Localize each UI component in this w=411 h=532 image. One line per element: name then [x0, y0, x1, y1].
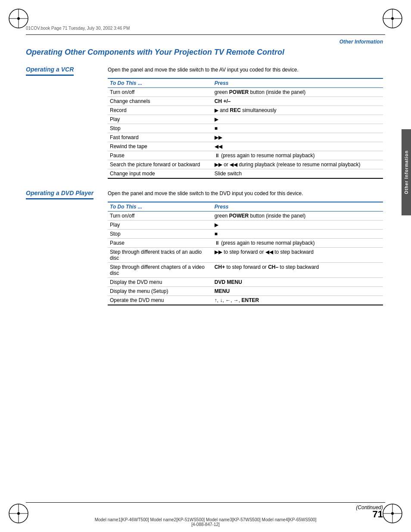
table-row: Rewind the tape◀◀	[108, 142, 383, 151]
dvd-todo-cell: Stop	[108, 230, 212, 239]
table-row: Record▶ and REC simultaneously	[108, 106, 383, 115]
dvd-todo-cell: Step through different tracks of an audi…	[108, 248, 212, 263]
file-info-text: 01COV.book Page 71 Tuesday, July 30, 200…	[26, 26, 130, 31]
table-row: Change channelsCH +/–	[108, 97, 383, 106]
model-text-line: Model name1[KP-46WT500] Model name2[KP-5…	[95, 517, 317, 527]
table-row: Turn on/offgreen POWER button (inside th…	[108, 88, 383, 97]
page-container: 01COV.book Page 71 Tuesday, July 30, 200…	[0, 0, 411, 532]
vcr-heading-col: Operating a VCR	[26, 66, 108, 179]
main-content: Operating Other Components with Your Pro…	[26, 47, 383, 498]
vcr-todo-cell: Record	[108, 106, 212, 115]
vcr-press-cell: ▶	[212, 115, 383, 124]
page-title: Operating Other Components with Your Pro…	[26, 47, 383, 57]
dvd-press-cell: ▶▶ to step forward or ◀◀ to step backwar…	[212, 248, 383, 263]
vcr-todo-cell: Turn on/off	[108, 88, 212, 97]
dvd-todo-cell: Turn on/off	[108, 212, 212, 221]
dvd-todo-cell: Pause	[108, 239, 212, 248]
table-row: Pause⏸ (press again to resume normal pla…	[108, 239, 383, 248]
table-row: Display the DVD menuDVD MENU	[108, 278, 383, 287]
vcr-press-cell: Slide switch	[212, 169, 383, 179]
dvd-content: Open the panel and move the slide switch…	[108, 190, 383, 305]
dvd-todo-cell: Display the DVD menu	[108, 278, 212, 287]
table-row: Operate the DVD menu↑, ↓, ←, →, ENTER	[108, 296, 383, 305]
table-row: Step through different chapters of a vid…	[108, 263, 383, 278]
vcr-col-todo: To Do This ...	[108, 78, 212, 88]
vcr-todo-cell: Search the picture forward or backward	[108, 160, 212, 169]
vcr-todo-cell: Change input mode	[108, 169, 212, 179]
table-row: Display the menu (Setup)MENU	[108, 287, 383, 296]
table-row: Turn on/offgreen POWER button (inside th…	[108, 212, 383, 221]
bottom-model-text: Model name1[KP-46WT500] Model name2[KP-5…	[0, 517, 411, 527]
dvd-heading: Operating a DVD Player	[26, 190, 93, 199]
vcr-todo-cell: Play	[108, 115, 212, 124]
vcr-content: Open the panel and move the slide switch…	[108, 66, 383, 179]
dvd-layout: Operating a DVD Player Open the panel an…	[26, 190, 383, 305]
vcr-todo-cell: Rewind the tape	[108, 142, 212, 151]
dvd-todo-cell: Play	[108, 221, 212, 230]
dvd-press-cell: CH+ to step forward or CH– to step backw…	[212, 263, 383, 278]
side-tab: Other Information	[402, 129, 411, 215]
dvd-description: Open the panel and move the slide switch…	[108, 190, 383, 197]
dvd-press-cell: ■	[212, 230, 383, 239]
vcr-col-press: Press	[212, 78, 383, 88]
dvd-section: Operating a DVD Player Open the panel an…	[26, 190, 383, 305]
dvd-press-cell: ⏸ (press again to resume normal playback…	[212, 239, 383, 248]
vcr-todo-cell: Change channels	[108, 97, 212, 106]
vcr-press-cell: ◀◀	[212, 142, 383, 151]
vcr-section: Operating a VCR Open the panel and move …	[26, 66, 383, 179]
dvd-heading-col: Operating a DVD Player	[26, 190, 108, 305]
dvd-col-todo: To Do This ...	[108, 202, 212, 212]
dvd-press-cell: green POWER button (inside the panel)	[212, 212, 383, 221]
dvd-todo-cell: Step through different chapters of a vid…	[108, 263, 212, 278]
vcr-table: To Do This ... Press Turn on/offgreen PO…	[108, 78, 383, 179]
bottom-divider	[26, 502, 385, 503]
table-row: Change input modeSlide switch	[108, 169, 383, 179]
dvd-todo-cell: Operate the DVD menu	[108, 296, 212, 305]
vcr-press-cell: ▶▶ or ◀◀ during playback (release to res…	[212, 160, 383, 169]
vcr-layout: Operating a VCR Open the panel and move …	[26, 66, 383, 179]
vcr-press-cell: ■	[212, 124, 383, 133]
table-row: Step through different tracks of an audi…	[108, 248, 383, 263]
vcr-press-cell: green POWER button (inside the panel)	[212, 88, 383, 97]
dvd-press-cell: MENU	[212, 287, 383, 296]
section-header-top: Other Information	[339, 39, 383, 45]
table-row: Pause⏸ (press again to resume normal pla…	[108, 151, 383, 160]
vcr-press-cell: ▶ and REC simultaneously	[212, 106, 383, 115]
vcr-press-cell: ⏸ (press again to resume normal playback…	[212, 151, 383, 160]
table-row: Search the picture forward or backward▶▶…	[108, 160, 383, 169]
dvd-press-cell: ↑, ↓, ←, →, ENTER	[212, 296, 383, 305]
top-divider	[26, 34, 385, 35]
vcr-todo-cell: Pause	[108, 151, 212, 160]
dvd-press-cell: ▶	[212, 221, 383, 230]
dvd-press-cell: DVD MENU	[212, 278, 383, 287]
vcr-description: Open the panel and move the slide switch…	[108, 66, 383, 74]
table-row: Play▶	[108, 115, 383, 124]
table-row: Play▶	[108, 221, 383, 230]
dvd-table: To Do This ... Press Turn on/offgreen PO…	[108, 202, 383, 305]
vcr-heading: Operating a VCR	[26, 66, 74, 76]
vcr-press-cell: CH +/–	[212, 97, 383, 106]
vcr-table-header-row: To Do This ... Press	[108, 78, 383, 88]
vcr-todo-cell: Fast forward	[108, 133, 212, 142]
table-row: Stop■	[108, 124, 383, 133]
dvd-col-press: Press	[212, 202, 383, 212]
vcr-todo-cell: Stop	[108, 124, 212, 133]
dvd-table-header-row: To Do This ... Press	[108, 202, 383, 212]
file-info-bar: 01COV.book Page 71 Tuesday, July 30, 200…	[26, 26, 385, 31]
side-tab-text: Other Information	[404, 150, 409, 194]
dvd-todo-cell: Display the menu (Setup)	[108, 287, 212, 296]
vcr-press-cell: ▶▶	[212, 133, 383, 142]
table-row: Stop■	[108, 230, 383, 239]
table-row: Fast forward▶▶	[108, 133, 383, 142]
